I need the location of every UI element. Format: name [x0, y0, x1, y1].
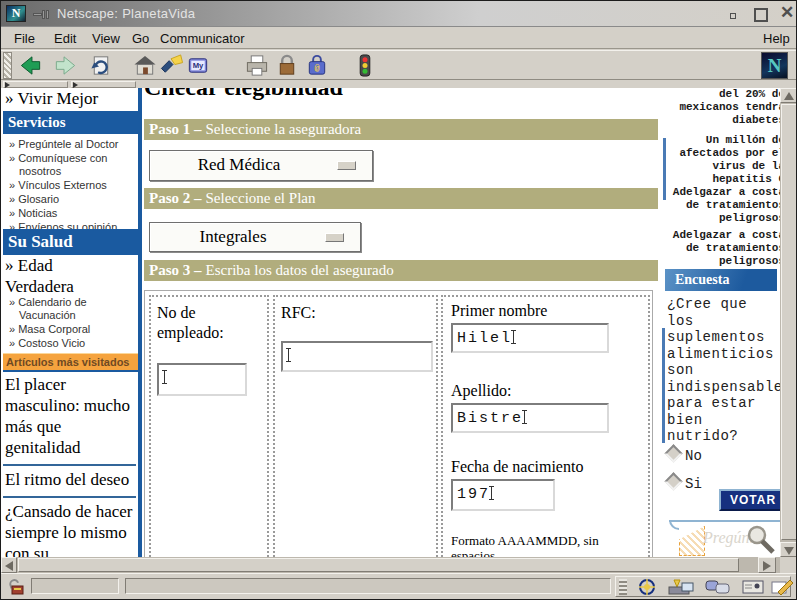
- scroll-up-button[interactable]: [780, 88, 797, 103]
- sidebar-link[interactable]: » Costoso Vicio: [5, 337, 137, 350]
- text-caret: [491, 486, 492, 500]
- dob-format-hint: Formato AAAAMMDD, sin espacios: [451, 533, 641, 557]
- news-headline[interactable]: En el 2025 más del 20% de mexicanos tend…: [661, 88, 780, 127]
- plan-dropdown[interactable]: Integrales: [149, 222, 361, 252]
- step3-banner: Paso 3 –Escriba los datos del asegurado: [144, 260, 658, 281]
- poll-option-no[interactable]: No: [685, 448, 702, 464]
- svg-text:@: @: [314, 64, 320, 74]
- text-caret: [288, 348, 289, 362]
- sidebar-link[interactable]: » Glosario: [5, 193, 137, 206]
- maximize-button[interactable]: [754, 8, 768, 22]
- magnifier-icon: [743, 525, 777, 555]
- sidebar-link[interactable]: » Calendario de Vacunación: [5, 296, 137, 322]
- address-book-icon[interactable]: [740, 578, 766, 596]
- employee-input[interactable]: [157, 363, 247, 396]
- netscape-window: N Netscape: PlanetaVida ✕ File Edit View…: [0, 0, 797, 600]
- status-message-area: [125, 578, 611, 594]
- reload-icon[interactable]: [88, 53, 114, 78]
- close-button[interactable]: ✕: [780, 6, 794, 20]
- dropdown-indicator: [337, 161, 356, 170]
- sidebar-header-servicios: Servicios: [3, 111, 138, 134]
- first-name-input[interactable]: Hilel: [451, 323, 609, 353]
- vote-button[interactable]: VOTAR: [719, 489, 780, 511]
- poll-radio-no[interactable]: [664, 444, 682, 462]
- my-netscape-icon[interactable]: My: [185, 53, 211, 78]
- horizontal-scrollbar[interactable]: [1, 557, 780, 573]
- poll-header: Encuesta: [665, 269, 777, 291]
- step3-form-table: No de empleado: RFC: Primer nombre Hilel…: [144, 290, 653, 557]
- poll-radio-si[interactable]: [664, 472, 682, 490]
- sidebar-link[interactable]: » Noticias: [5, 207, 137, 220]
- forward-icon[interactable]: [52, 53, 78, 78]
- scroll-right-button[interactable]: [758, 557, 776, 573]
- insurer-dropdown[interactable]: Red Médica: [149, 150, 373, 181]
- back-icon[interactable]: [18, 53, 44, 78]
- print-icon[interactable]: [244, 53, 270, 78]
- text-caret: [513, 330, 514, 344]
- decorative-shape: [679, 526, 705, 556]
- component-bar-grip[interactable]: [619, 579, 627, 595]
- netscape-throbber[interactable]: N: [761, 52, 788, 79]
- menu-communicator[interactable]: Communicator: [160, 31, 245, 46]
- menu-bar: File Edit View Go Communicator Help: [1, 28, 797, 49]
- vertical-scrollbar[interactable]: [780, 88, 797, 557]
- rfc-input[interactable]: [281, 341, 433, 372]
- left-sidebar: » Vivir Mejor Servicios » Pregúntele al …: [3, 88, 138, 557]
- security-lock-icon[interactable]: [7, 578, 27, 596]
- home-icon[interactable]: [132, 53, 158, 78]
- sidebar-link[interactable]: » Pregúntele al Doctor: [5, 138, 137, 151]
- shop-icon[interactable]: @: [304, 53, 330, 78]
- poll-option-si[interactable]: Si: [685, 476, 702, 492]
- last-name-label: Apellido:: [451, 381, 511, 401]
- toolbar-grip[interactable]: [3, 52, 12, 79]
- news-headline[interactable]: Adelgazar a costa de tratamientos peligr…: [661, 186, 780, 225]
- sidebar-link[interactable]: » Masa Corporal: [5, 323, 137, 336]
- last-name-input[interactable]: Bistre: [451, 403, 609, 433]
- navigator-icon[interactable]: [634, 578, 660, 596]
- insurer-dropdown-value: Red Médica: [150, 155, 328, 175]
- sidebar-divider: [138, 88, 142, 557]
- text-caret: [524, 410, 525, 424]
- sidebar-header-articulos: Artículos más visitados: [3, 353, 138, 372]
- menu-file[interactable]: File: [14, 31, 35, 46]
- minimize-button[interactable]: [730, 13, 736, 19]
- page-title: Checar elegibilidad: [144, 88, 343, 101]
- menu-edit[interactable]: Edit: [54, 31, 76, 46]
- dob-input[interactable]: 197: [451, 479, 555, 511]
- title-bar[interactable]: N Netscape: PlanetaVida ✕: [1, 1, 797, 27]
- security-icon[interactable]: [274, 53, 300, 78]
- text-caret: [164, 370, 165, 384]
- article-link[interactable]: El placer masculino: mucho más que genit…: [3, 371, 136, 466]
- scroll-down-button[interactable]: [780, 542, 797, 557]
- sidebar-link-edad-verdadera[interactable]: » Edad Verdadera: [5, 255, 105, 297]
- status-bar: [1, 573, 797, 599]
- collapsed-location-toolbar-tab[interactable]: [3, 81, 68, 88]
- pushpin-icon[interactable]: [33, 10, 49, 19]
- stop-icon[interactable]: [352, 53, 378, 78]
- sidebar-link-vivir-mejor[interactable]: » Vivir Mejor: [5, 89, 98, 109]
- vertical-scroll-thumb[interactable]: [781, 104, 797, 540]
- news-headline[interactable]: Adelgazar a costa de tratamientos peligr…: [661, 229, 780, 268]
- news-headline[interactable]: Un millón de afectados por el virus de l…: [661, 134, 780, 186]
- discussions-icon[interactable]: [704, 578, 732, 596]
- sidebar-link[interactable]: » Vínculos Externos: [5, 179, 137, 192]
- rfc-cell: RFC:: [273, 295, 438, 557]
- article-link[interactable]: ¿Cansado de hacer siempre lo mismo con s…: [3, 498, 136, 557]
- composer-icon[interactable]: [768, 578, 794, 596]
- mailbox-icon[interactable]: [666, 578, 696, 596]
- scrollbar-corner: [780, 557, 797, 573]
- sidebar-header-su-salud: Su Salud: [3, 229, 138, 255]
- svg-text:My: My: [193, 61, 204, 70]
- navigation-toolbar: My @ N: [1, 50, 797, 80]
- search-icon[interactable]: [159, 53, 185, 78]
- menu-help[interactable]: Help: [763, 31, 790, 46]
- sidebar-link[interactable]: » Comuníquese con nosotros: [5, 152, 137, 178]
- dob-label: Fecha de nacimiento: [451, 457, 583, 477]
- scroll-left-button[interactable]: [1, 557, 17, 573]
- article-link[interactable]: El ritmo del deseo: [3, 466, 136, 498]
- employee-label: No de empleado:: [157, 303, 257, 343]
- menu-go[interactable]: Go: [132, 31, 149, 46]
- menu-view[interactable]: View: [92, 31, 120, 46]
- horizontal-scroll-thumb[interactable]: [18, 558, 739, 572]
- collapsed-personal-toolbar-tab[interactable]: [71, 81, 136, 88]
